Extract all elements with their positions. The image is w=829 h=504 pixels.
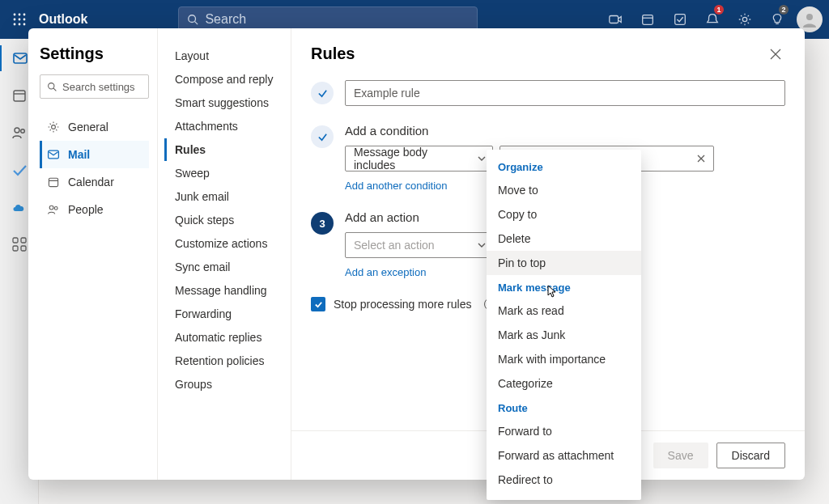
step1-check-icon: [311, 82, 334, 104]
chevron-down-icon: [471, 241, 486, 249]
svg-point-27: [49, 83, 54, 88]
action-item-mark-as-read[interactable]: Mark as read: [487, 299, 641, 323]
subsetting-attachments[interactable]: Attachments: [164, 115, 284, 138]
svg-point-34: [54, 207, 57, 210]
svg-point-17: [806, 14, 813, 20]
action-item-move-to[interactable]: Move to: [487, 178, 641, 202]
condition-type-select[interactable]: Message body includes: [345, 146, 493, 172]
rule-name-input[interactable]: [345, 80, 785, 106]
svg-rect-25: [13, 246, 18, 251]
step2-check-icon: [311, 125, 334, 148]
svg-point-1: [19, 14, 21, 16]
panel-title: Rules: [311, 44, 766, 63]
add-exception-link[interactable]: Add an exception: [345, 266, 426, 278]
subsetting-layout[interactable]: Layout: [164, 44, 284, 67]
discard-button[interactable]: Discard: [716, 443, 785, 468]
svg-point-9: [189, 15, 196, 23]
chevron-down-icon: [471, 155, 486, 163]
settings-title: Settings: [40, 44, 149, 63]
subsetting-groups[interactable]: Groups: [164, 373, 284, 396]
category-general[interactable]: General: [40, 113, 149, 141]
category-mail[interactable]: Mail: [40, 141, 149, 168]
svg-point-2: [23, 14, 26, 16]
subsetting-forwarding[interactable]: Forwarding: [164, 303, 284, 325]
subsetting-customize-actions[interactable]: Customize actions: [164, 232, 284, 255]
category-people[interactable]: People: [40, 196, 149, 223]
action-item-pin-to-top[interactable]: Pin to top: [487, 251, 641, 275]
search-settings-input[interactable]: Search settings: [40, 74, 149, 99]
svg-point-33: [49, 205, 53, 210]
svg-rect-23: [13, 238, 18, 243]
settings-modal: Settings Search settings General Mail Ca…: [28, 28, 805, 480]
action-item-categorize[interactable]: Categorize: [487, 371, 641, 396]
step2-title: Add a condition: [345, 124, 785, 138]
action-item-redirect-to[interactable]: Redirect to: [487, 468, 641, 492]
subsetting-sweep[interactable]: Sweep: [164, 162, 284, 184]
save-button[interactable]: Save: [653, 443, 708, 468]
subsetting-junk-email[interactable]: Junk email: [164, 185, 284, 208]
action-group-route: Route: [487, 396, 641, 419]
action-item-mark-with-importance[interactable]: Mark with importance: [487, 347, 641, 371]
global-search-placeholder: Search: [205, 12, 246, 27]
app-name: Outlook: [39, 12, 87, 27]
svg-point-29: [52, 125, 56, 129]
subsetting-compose-and-reply[interactable]: Compose and reply: [164, 68, 284, 91]
subsetting-sync-email[interactable]: Sync email: [164, 256, 284, 278]
svg-rect-19: [14, 91, 25, 101]
svg-point-3: [14, 19, 16, 21]
clear-condition-icon[interactable]: [697, 155, 705, 163]
svg-rect-24: [21, 238, 26, 243]
subsetting-smart-suggestions[interactable]: Smart suggestions: [164, 91, 284, 114]
action-dropdown-menu: OrganizeMove toCopy toDeletePin to topMa…: [487, 150, 641, 500]
notifications-badge: 1: [714, 5, 724, 15]
svg-point-7: [19, 23, 21, 26]
search-settings-placeholder: Search settings: [62, 81, 135, 93]
step3-number-badge: 3: [311, 212, 334, 235]
svg-rect-12: [643, 15, 653, 25]
settings-categories: Settings Search settings General Mail Ca…: [28, 28, 158, 480]
svg-line-10: [195, 22, 198, 25]
svg-rect-14: [675, 15, 686, 25]
action-group-mark-message: Mark message: [487, 275, 641, 299]
add-condition-link[interactable]: Add another condition: [345, 180, 447, 192]
action-item-forward-as-attachment[interactable]: Forward as attachment: [487, 443, 641, 468]
tips-badge: 2: [779, 5, 789, 15]
svg-rect-26: [21, 246, 26, 251]
action-item-delete[interactable]: Delete: [487, 227, 641, 251]
category-calendar[interactable]: Calendar: [40, 168, 149, 196]
close-icon[interactable]: [766, 44, 785, 64]
action-group-organize: Organize: [487, 155, 641, 178]
svg-point-8: [23, 23, 26, 26]
svg-rect-18: [14, 53, 27, 63]
svg-point-6: [14, 23, 16, 26]
action-item-forward-to[interactable]: Forward to: [487, 419, 641, 443]
svg-point-22: [20, 129, 24, 133]
svg-point-21: [15, 128, 19, 133]
subsetting-quick-steps[interactable]: Quick steps: [164, 209, 284, 231]
subsetting-automatic-replies[interactable]: Automatic replies: [164, 326, 284, 349]
svg-point-4: [19, 19, 21, 21]
svg-rect-31: [49, 178, 57, 186]
subsetting-message-handling[interactable]: Message handling: [164, 279, 284, 302]
action-select[interactable]: Select an action: [345, 232, 493, 258]
svg-point-5: [23, 19, 26, 21]
stop-processing-checkbox[interactable]: [311, 297, 325, 311]
svg-rect-30: [49, 150, 59, 159]
action-item-copy-to[interactable]: Copy to: [487, 202, 641, 227]
subsetting-retention-policies[interactable]: Retention policies: [164, 349, 284, 372]
action-item-mark-as-junk[interactable]: Mark as Junk: [487, 323, 641, 347]
svg-rect-11: [610, 16, 619, 23]
svg-line-28: [53, 88, 56, 91]
subsetting-rules[interactable]: Rules: [164, 138, 284, 161]
mail-subsettings-list: LayoutCompose and replySmart suggestions…: [158, 28, 291, 480]
svg-point-0: [14, 14, 16, 16]
stop-processing-label: Stop processing more rules: [334, 298, 471, 311]
svg-point-15: [742, 17, 746, 21]
app-launcher-icon[interactable]: [6, 6, 32, 32]
